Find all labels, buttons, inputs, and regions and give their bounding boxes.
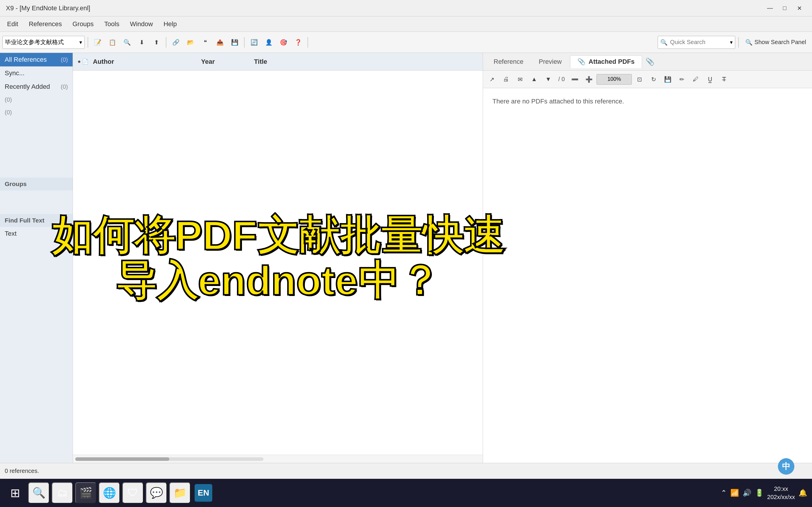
system-clock[interactable]: 20:xx 202x/xx/xx	[767, 485, 795, 501]
tray-network-icon[interactable]: 📶	[730, 489, 739, 497]
taskbar-app-endnote[interactable]: EN	[193, 482, 214, 503]
toolbar-btn-target[interactable]: 🎯	[277, 36, 290, 49]
taskbar-app-files[interactable]: 📁	[169, 482, 191, 503]
author-column-header[interactable]: Author	[89, 58, 201, 65]
scrollbar-track	[75, 457, 263, 461]
sidebar-label: Text	[5, 230, 16, 237]
toolbar-btn-sync[interactable]: 🔄	[248, 36, 261, 49]
toolbar-btn-open[interactable]: 📋	[106, 36, 119, 49]
panel-btn-next[interactable]: ▼	[542, 73, 555, 86]
toolbar-btn-search[interactable]: 🔍	[120, 36, 133, 49]
horizontal-scrollbar[interactable]	[73, 455, 483, 463]
sidebar-item-find-text[interactable]: Text	[0, 227, 73, 240]
title-bar: X9 - [My EndNote Library.enl] — □ ✕	[0, 0, 812, 16]
overlay-annotation: 如何将PDF文献批量快速 导入endnote中？	[51, 213, 504, 303]
panel-btn-strikethrough[interactable]: T̶	[718, 73, 730, 86]
panel-btn-save-pdf[interactable]: 💾	[661, 73, 674, 86]
page-nav: / 0	[556, 76, 567, 82]
toolbar-btn-user[interactable]: 👤	[262, 36, 275, 49]
taskbar-app-security[interactable]: 🛡	[122, 482, 144, 503]
tray-chevron-icon[interactable]: ⌃	[721, 489, 727, 497]
year-column-header[interactable]: Year	[201, 58, 254, 65]
window-title: X9 - [My EndNote Library.enl]	[6, 4, 763, 12]
start-button[interactable]: ⊞	[5, 482, 26, 503]
search-input[interactable]	[670, 39, 729, 46]
toolbar-separator-3	[244, 37, 245, 48]
main-layout: All References (0) Sync... Recently Adde…	[0, 53, 812, 463]
style-dropdown[interactable]: 毕业论文参考文献格式 ▾	[2, 36, 85, 49]
show-search-panel-button[interactable]: 🔍 Show Search Panel	[742, 38, 810, 47]
tab-attached-pdfs[interactable]: 📎 Attached PDFs	[570, 55, 642, 68]
panel-tabs: Reference Preview 📎 Attached PDFs 📎	[483, 53, 812, 70]
menu-window[interactable]: Window	[125, 18, 158, 30]
title-column-header[interactable]: Title	[254, 58, 478, 65]
panel-btn-underline[interactable]: U̲	[704, 73, 716, 86]
maximize-button[interactable]: □	[778, 3, 792, 13]
toolbar: 毕业论文参考文献格式 ▾ 📝 📋 🔍 ⬇ ⬆ 🔗 📂 ❝ 📤 💾 🔄 👤 🎯 ❓…	[0, 32, 812, 53]
ime-icon[interactable]: 中	[778, 458, 794, 475]
panel-btn-fit[interactable]: ⊡	[633, 73, 646, 86]
menu-tools[interactable]: Tools	[100, 18, 124, 30]
toolbar-btn-link[interactable]: 🔗	[169, 36, 182, 49]
toolbar-btn-quote[interactable]: ❝	[199, 36, 212, 49]
sidebar: All References (0) Sync... Recently Adde…	[0, 53, 73, 463]
toolbar-btn-export[interactable]: 📤	[213, 36, 226, 49]
zoom-level-display[interactable]: 100%	[596, 74, 632, 84]
panel-btn-highlight[interactable]: 🖊	[689, 73, 702, 86]
toolbar-btn-new-ref[interactable]: 📝	[91, 36, 104, 49]
panel-btn-zoom-in[interactable]: ➕	[582, 73, 595, 86]
tray-volume-icon[interactable]: 🔊	[743, 489, 751, 497]
menu-references[interactable]: References	[24, 18, 67, 30]
taskbar-app-chrome[interactable]: 🌐	[99, 482, 120, 503]
quick-search-box: 🔍 ▾	[658, 36, 735, 49]
panel-btn-open-ext[interactable]: ↗	[485, 73, 498, 86]
minimize-button[interactable]: —	[763, 3, 777, 13]
toolbar-separator-1	[88, 37, 88, 48]
tab-preview[interactable]: Preview	[532, 56, 569, 68]
show-search-label: Show Search Panel	[754, 39, 806, 46]
scrollbar-thumb[interactable]	[75, 457, 169, 461]
taskbar-app-taskview[interactable]: 🗂	[52, 482, 73, 503]
paperclip-icon: 📎	[646, 58, 654, 66]
search-dropdown-icon[interactable]: ▾	[730, 39, 733, 46]
sidebar-label: Recently Added	[5, 83, 50, 91]
panel-btn-print[interactable]: 🖨	[499, 73, 512, 86]
taskbar-app-chat[interactable]: 💬	[146, 482, 167, 503]
panel-toolbar: ↗ 🖨 ✉ ▲ ▼ / 0 ➖ ➕ 100% ⊡ ↻ 💾 ✏ 🖊 U̲ T̶	[483, 70, 812, 88]
tab-preview-label: Preview	[539, 58, 562, 65]
toolbar-btn-upload[interactable]: ⬆	[150, 36, 163, 49]
taskbar-app-media[interactable]: 🎬	[75, 482, 97, 503]
sidebar-item-recently-added[interactable]: Recently Added (0)	[0, 80, 73, 94]
sidebar-item-all-references[interactable]: All References (0)	[0, 53, 73, 66]
toolbar-btn-download[interactable]: ⬇	[135, 36, 148, 49]
menu-groups[interactable]: Groups	[68, 18, 98, 30]
tab-reference[interactable]: Reference	[487, 56, 531, 68]
dropdown-arrow-icon: ▾	[79, 39, 82, 46]
panel-btn-zoom-out[interactable]: ➖	[568, 73, 581, 86]
close-button[interactable]: ✕	[793, 3, 806, 13]
status-message: 0 references.	[5, 468, 39, 474]
sidebar-groups-header: Groups	[0, 177, 73, 190]
panel-btn-email[interactable]: ✉	[513, 73, 527, 86]
tray-battery-icon[interactable]: 🔋	[755, 489, 764, 497]
taskbar-app-search[interactable]: 🔍	[28, 482, 49, 503]
style-label: 毕业论文参考文献格式	[5, 38, 64, 46]
sidebar-item-empty-1[interactable]: (0)	[0, 94, 73, 106]
sidebar-item-sync[interactable]: Sync...	[0, 66, 73, 80]
panel-btn-prev[interactable]: ▲	[528, 73, 541, 86]
panel-btn-annotate[interactable]: ✏	[675, 73, 688, 86]
bullet-icon: ●	[77, 58, 81, 65]
menu-edit[interactable]: Edit	[2, 18, 23, 30]
page-nav-text: / 0	[558, 76, 565, 82]
toolbar-btn-save[interactable]: 💾	[228, 36, 241, 49]
search-panel-icon: 🔍	[745, 39, 753, 46]
tray-notification-icon[interactable]: 🔔	[799, 489, 807, 497]
toolbar-btn-help[interactable]: ❓	[292, 36, 305, 49]
search-icon[interactable]: 🔍	[660, 39, 668, 46]
overlay-line-1: 如何将PDF文献批量快速	[51, 213, 504, 258]
panel-btn-rotate[interactable]: ↻	[647, 73, 660, 86]
col-icon: ● 📄	[77, 58, 89, 65]
menu-help[interactable]: Help	[159, 18, 181, 30]
sidebar-item-empty-2[interactable]: (0)	[0, 106, 73, 119]
toolbar-btn-folder[interactable]: 📂	[184, 36, 197, 49]
